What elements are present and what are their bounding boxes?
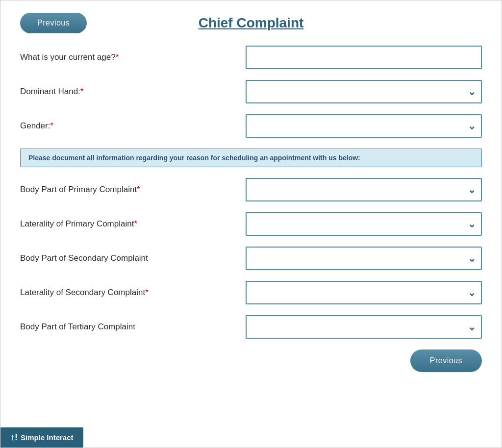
label-age: What is your current age?*	[20, 52, 246, 62]
page-container: Previous Chief Complaint What is your cu…	[0, 0, 502, 448]
page-title: Chief Complaint	[199, 15, 304, 31]
form-row-laterality-primary: Laterality of Primary Complaint* Left Ri…	[20, 212, 482, 236]
input-age[interactable]	[246, 46, 482, 69]
form-body: What is your current age?* Dominant Hand…	[20, 46, 482, 339]
select-wrapper-body-part-primary: Shoulder Elbow Wrist Hand Hip Knee Ankle…	[246, 178, 482, 201]
info-banner: Please document all information regardin…	[20, 149, 482, 167]
required-star-age: *	[116, 52, 119, 62]
select-wrapper-body-part-tertiary: Shoulder Elbow Wrist Hand Hip Knee Ankle…	[246, 315, 482, 339]
select-body-part-secondary[interactable]: Shoulder Elbow Wrist Hand Hip Knee Ankle…	[246, 247, 482, 270]
required-star-hand: *	[80, 87, 84, 96]
form-row-body-part-secondary: Body Part of Secondary Complaint Shoulde…	[20, 247, 482, 270]
form-row-laterality-secondary: Laterality of Secondary Complaint* Left …	[20, 281, 482, 304]
footer-row: Previous	[20, 349, 482, 372]
label-body-part-tertiary: Body Part of Tertiary Complaint	[20, 322, 246, 332]
select-laterality-secondary[interactable]: Left Right Bilateral	[246, 281, 482, 304]
required-star-bpp: *	[137, 185, 140, 194]
form-row-body-part-primary: Body Part of Primary Complaint* Shoulder…	[20, 178, 482, 201]
select-body-part-tertiary[interactable]: Shoulder Elbow Wrist Hand Hip Knee Ankle…	[246, 315, 482, 339]
select-wrapper-gender: Male Female Other Prefer not to say ⌄	[246, 114, 482, 138]
label-laterality-primary: Laterality of Primary Complaint*	[20, 219, 246, 229]
form-row-gender: Gender:* Male Female Other Prefer not to…	[20, 114, 482, 138]
previous-bottom-button[interactable]: Previous	[410, 349, 482, 372]
brand-footer: ↑! Simple Interact	[0, 427, 83, 448]
select-wrapper-laterality-secondary: Left Right Bilateral ⌄	[246, 281, 482, 304]
previous-top-button[interactable]: Previous	[20, 13, 87, 33]
select-wrapper-body-part-secondary: Shoulder Elbow Wrist Hand Hip Knee Ankle…	[246, 247, 482, 270]
label-dominant-hand: Dominant Hand:*	[20, 87, 246, 97]
label-laterality-secondary: Laterality of Secondary Complaint*	[20, 288, 246, 298]
form-row-age: What is your current age?*	[20, 46, 482, 69]
label-body-part-primary: Body Part of Primary Complaint*	[20, 185, 246, 195]
select-dominant-hand[interactable]: Right Left Ambidextrous	[246, 80, 482, 103]
required-star-lp: *	[134, 219, 137, 228]
select-wrapper-laterality-primary: Left Right Bilateral ⌄	[246, 212, 482, 236]
select-laterality-primary[interactable]: Left Right Bilateral	[246, 212, 482, 236]
label-body-part-secondary: Body Part of Secondary Complaint	[20, 253, 246, 263]
form-row-body-part-tertiary: Body Part of Tertiary Complaint Shoulder…	[20, 315, 482, 339]
select-body-part-primary[interactable]: Shoulder Elbow Wrist Hand Hip Knee Ankle…	[246, 178, 482, 201]
header-row: Previous Chief Complaint	[20, 15, 482, 31]
brand-icon: ↑!	[10, 432, 18, 443]
select-gender[interactable]: Male Female Other Prefer not to say	[246, 114, 482, 138]
form-row-dominant-hand: Dominant Hand:* Right Left Ambidextrous …	[20, 80, 482, 103]
required-star-ls: *	[145, 288, 149, 297]
required-star-gender: *	[50, 121, 53, 130]
label-gender: Gender:*	[20, 121, 246, 131]
select-wrapper-dominant-hand: Right Left Ambidextrous ⌄	[246, 80, 482, 103]
brand-name: Simple Interact	[21, 433, 74, 442]
